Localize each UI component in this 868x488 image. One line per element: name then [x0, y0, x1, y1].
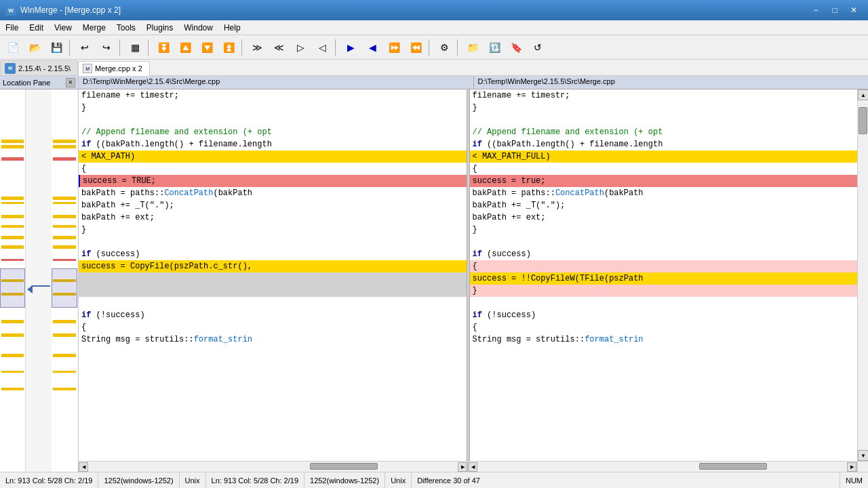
- menu-plugins[interactable]: Plugins: [141, 20, 178, 35]
- loc-mark-r-yellow-15: [53, 388, 76, 390]
- status-ln-col-right: Ln: 913 Col: 5/28 Ch: 2/19: [206, 472, 304, 488]
- loc-mark-yellow-7: [1, 236, 24, 239]
- collapse-all-button[interactable]: ≪: [269, 38, 289, 57]
- code-pane-right[interactable]: filename += timestr; } // Append filenam…: [470, 89, 858, 461]
- hscroll-left-btn-left[interactable]: ◀: [79, 462, 88, 472]
- status-mode: NUM: [840, 472, 868, 488]
- scroll-down-button[interactable]: ▼: [858, 450, 868, 461]
- collapse-button[interactable]: ◁: [312, 38, 332, 57]
- tab-merge[interactable]: M Merge.cpp x 2: [78, 61, 150, 76]
- location-connector: [26, 89, 52, 472]
- loc-mark-r-yellow-13: [53, 354, 76, 357]
- refresh-button[interactable]: ↺: [528, 38, 548, 57]
- hscroll-left[interactable]: ◀ ▶: [79, 462, 468, 472]
- hscroll-right-btn-right[interactable]: ▶: [847, 462, 856, 472]
- table-row: }: [470, 102, 858, 114]
- prev-diff-button[interactable]: 🔼: [175, 38, 195, 57]
- copy-left-all-button[interactable]: ⏪: [406, 38, 426, 57]
- loc-mark-r-yellow-12: [53, 333, 76, 337]
- menu-view[interactable]: View: [49, 20, 77, 35]
- table-row: [470, 236, 858, 248]
- loc-mark-r-yellow-3: [53, 197, 76, 200]
- location-pane-close-button[interactable]: ×: [66, 78, 75, 87]
- code-pane-left[interactable]: filename += timestr; } // Append filenam…: [79, 89, 467, 461]
- code-panes: filename += timestr; } // Append filenam…: [79, 89, 868, 461]
- code-area: D:\Temp\WinMerge\2.15.4\Src\Merge.cpp D:…: [79, 76, 868, 472]
- next-diff-button[interactable]: 🔽: [197, 38, 217, 57]
- hscroll-thumb-left[interactable]: [310, 463, 378, 470]
- save-button[interactable]: 💾: [46, 38, 66, 57]
- new-button[interactable]: 📄: [3, 38, 23, 57]
- table-row: }: [79, 224, 467, 236]
- loc-mark-yellow-2: [1, 145, 24, 148]
- hscroll-track-left[interactable]: [88, 462, 458, 472]
- location-pane-header: Location Pane ×: [0, 76, 78, 89]
- status-ln-col-left: Ln: 913 Col: 5/28 Ch: 2/19: [0, 472, 98, 488]
- loc-mark-r-yellow-2: [53, 145, 76, 148]
- menu-help[interactable]: Help: [218, 20, 246, 35]
- table-row: [79, 236, 467, 248]
- first-diff-button[interactable]: ⏬: [153, 38, 174, 57]
- status-bar: Ln: 913 Col: 5/28 Ch: 2/19 1252(windows-…: [0, 472, 868, 488]
- menu-window[interactable]: Window: [178, 20, 218, 35]
- expand-all-button[interactable]: ≫: [247, 38, 267, 57]
- script-button[interactable]: ▦: [125, 38, 145, 57]
- table-row: if (!success): [470, 309, 858, 321]
- table-row: bakPath += _T(".");: [470, 199, 858, 211]
- table-row: bakPath += ext;: [470, 211, 858, 224]
- open-button[interactable]: 📂: [24, 38, 45, 57]
- table-row: success = CopyFile(pszPath.c_str(),: [79, 260, 467, 272]
- menu-edit[interactable]: Edit: [24, 20, 49, 35]
- table-row: bakPath += ext;: [79, 211, 467, 224]
- loc-mark-yellow-8: [1, 245, 24, 249]
- copy-left-button[interactable]: ◀: [362, 38, 382, 57]
- loc-mark-yellow-6: [1, 225, 24, 228]
- menu-tools[interactable]: Tools: [111, 20, 141, 35]
- separator-6: [429, 39, 431, 56]
- hscroll-right-btn-left[interactable]: ▶: [458, 462, 467, 472]
- options-button[interactable]: ⚙: [434, 38, 454, 57]
- hscroll-thumb-right[interactable]: [699, 463, 767, 470]
- location-pane-label: Location Pane: [3, 79, 50, 87]
- copy-right-button[interactable]: ▶: [340, 38, 361, 57]
- toolbar: 📄 📂 💾 ↩ ↪ ▦ ⏬ 🔼 🔽 ⏫ ≫ ≪ ▷ ◁ ▶ ◀ ⏩ ⏪ ⚙ 📁 …: [0, 35, 868, 60]
- open-left-button[interactable]: 📁: [462, 38, 483, 57]
- table-row: [79, 114, 467, 126]
- minimize-button[interactable]: −: [807, 3, 825, 17]
- table-row: }: [79, 102, 467, 114]
- title-bar-controls: − □ ✕: [807, 3, 863, 17]
- maximize-button[interactable]: □: [826, 3, 844, 17]
- table-row: [79, 285, 467, 297]
- loc-mark-yellow-15: [1, 388, 24, 390]
- path-headers: D:\Temp\WinMerge\2.15.4\Src\Merge.cpp D:…: [79, 76, 868, 89]
- expand-button[interactable]: ▷: [290, 38, 311, 57]
- menu-merge[interactable]: Merge: [77, 20, 111, 35]
- title-bar: W WinMerge - [Merge.cpp x 2] − □ ✕: [0, 0, 868, 20]
- title-bar-left: W WinMerge - [Merge.cpp x 2]: [5, 5, 121, 16]
- hscroll-track-right[interactable]: [477, 462, 847, 472]
- reload-button[interactable]: 🔃: [484, 38, 505, 57]
- table-row: < MAX_PATH): [79, 150, 467, 163]
- menu-file[interactable]: File: [0, 20, 24, 35]
- copy-right-all-button[interactable]: ⏩: [384, 38, 404, 57]
- scroll-up-button[interactable]: ▲: [858, 89, 868, 100]
- tab-compare-label: 2.15.4\ - 2.15.5\: [18, 64, 71, 73]
- horizontal-scrollbar-area: ◀ ▶ ◀ ▶: [79, 461, 868, 472]
- vertical-scrollbar[interactable]: ▲ ▼: [857, 89, 868, 461]
- table-row: bakPath = paths::ConcatPath(bakPath: [79, 187, 467, 199]
- table-row: bakPath = paths::ConcatPath(bakPath: [470, 187, 858, 199]
- hscroll-right[interactable]: ◀ ▶: [468, 462, 857, 472]
- table-row: }: [470, 224, 858, 236]
- scroll-thumb[interactable]: [859, 107, 867, 134]
- scroll-track[interactable]: [858, 100, 868, 450]
- last-diff-button[interactable]: ⏫: [218, 38, 239, 57]
- loc-mark-r-red-1: [53, 157, 76, 161]
- table-row: [79, 272, 467, 285]
- undo-button[interactable]: ↩: [75, 38, 95, 57]
- table-row: {: [79, 321, 467, 333]
- tab-compare[interactable]: W 2.15.4\ - 2.15.5\: [0, 60, 78, 75]
- hscroll-left-btn-right[interactable]: ◀: [468, 462, 477, 472]
- close-button[interactable]: ✕: [845, 3, 863, 17]
- redo-button[interactable]: ↪: [96, 38, 117, 57]
- bookmark-button[interactable]: 🔖: [506, 38, 526, 57]
